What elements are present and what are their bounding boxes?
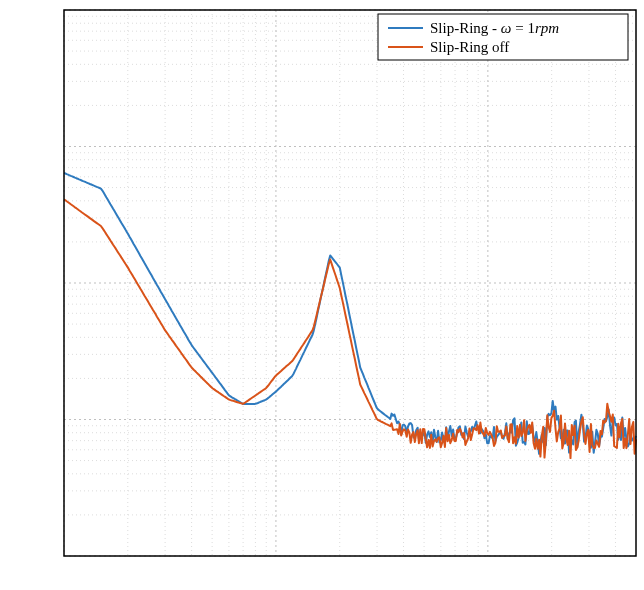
legend-item-0: Slip-Ring - ω = 1rpm [430,20,559,36]
legend: Slip-Ring - ω = 1rpmSlip-Ring off [378,14,628,60]
series-0 [64,173,636,454]
line-chart: Slip-Ring - ω = 1rpmSlip-Ring off [0,0,644,590]
legend-item-1: Slip-Ring off [430,39,509,55]
